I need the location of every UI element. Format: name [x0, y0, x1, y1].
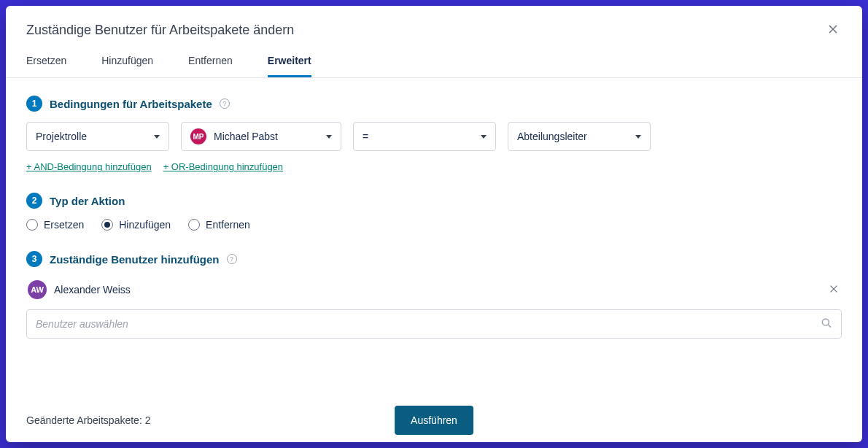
- changed-count: Geänderte Arbeitspakete: 2: [26, 414, 150, 426]
- tab-remove[interactable]: Entfernen: [188, 55, 233, 77]
- action-type-radios: Ersetzen Hinzufügen Entfernen: [26, 219, 842, 231]
- radio-remove[interactable]: Entfernen: [188, 219, 250, 231]
- changed-count-label: Geänderte Arbeitspakete:: [26, 414, 145, 426]
- svg-point-0: [822, 319, 829, 325]
- step3-title: Zuständige Benutzer hinzufügen: [50, 253, 220, 266]
- select-field[interactable]: Projektrolle: [26, 122, 169, 151]
- user-search: [26, 309, 842, 339]
- search-icon: [820, 317, 833, 332]
- tab-replace[interactable]: Ersetzen: [26, 55, 66, 77]
- avatar: MP: [190, 128, 206, 144]
- close-icon: [829, 285, 839, 296]
- selected-user-chip: AW Alexander Weiss: [26, 277, 842, 302]
- dialog-title: Zuständige Benutzer für Arbeitspakete än…: [26, 23, 294, 38]
- select-value-text: Abteilungsleiter: [517, 131, 587, 142]
- tab-add[interactable]: Hinzufügen: [101, 55, 153, 77]
- content: 1 Bedingungen für Arbeitspakete ? Projek…: [6, 78, 862, 401]
- selected-user-name: Alexander Weiss: [54, 284, 131, 296]
- radio-replace[interactable]: Ersetzen: [26, 219, 84, 231]
- select-user[interactable]: MP Michael Pabst: [181, 122, 341, 151]
- select-value[interactable]: Abteilungsleiter: [508, 122, 651, 151]
- radio-add[interactable]: Hinzufügen: [101, 219, 171, 231]
- dialog: Zuständige Benutzer für Arbeitspakete än…: [6, 6, 862, 442]
- changed-count-value: 2: [145, 414, 151, 426]
- chevron-down-icon: [326, 135, 332, 139]
- avatar: AW: [28, 280, 47, 299]
- run-button[interactable]: Ausführen: [395, 406, 473, 435]
- step2-header: 2 Typ der Aktion: [26, 193, 842, 209]
- radio-add-label: Hinzufügen: [119, 219, 171, 231]
- radio-icon: [26, 219, 38, 231]
- chevron-down-icon: [635, 135, 641, 139]
- user-search-input[interactable]: [26, 309, 842, 339]
- remove-user-button[interactable]: [829, 284, 839, 296]
- condition-row: Projektrolle MP Michael Pabst = Abteilun…: [26, 122, 842, 151]
- step1-header: 1 Bedingungen für Arbeitspakete ?: [26, 96, 842, 112]
- tabs: Ersetzen Hinzufügen Entfernen Erweitert: [6, 45, 862, 78]
- radio-icon: [101, 219, 113, 231]
- dialog-header: Zuständige Benutzer für Arbeitspakete än…: [6, 6, 862, 45]
- step3-header: 3 Zuständige Benutzer hinzufügen ?: [26, 251, 842, 267]
- select-field-value: Projektrolle: [36, 131, 87, 142]
- select-operator-value: =: [363, 131, 368, 142]
- help-icon[interactable]: ?: [220, 99, 230, 109]
- step1-title: Bedingungen für Arbeitspakete: [50, 98, 212, 110]
- dialog-footer: Geänderte Arbeitspakete: 2 Ausführen: [6, 401, 862, 442]
- chevron-down-icon: [481, 135, 487, 139]
- add-and-condition-link[interactable]: + AND-Bedingung hinzufügen: [26, 161, 152, 172]
- add-or-condition-link[interactable]: + OR-Bedingung hinzufügen: [163, 161, 283, 172]
- step-number-1: 1: [26, 96, 42, 112]
- radio-replace-label: Ersetzen: [44, 219, 84, 231]
- select-operator[interactable]: =: [353, 122, 496, 151]
- step2-title: Typ der Aktion: [50, 195, 125, 207]
- help-icon[interactable]: ?: [227, 254, 237, 264]
- condition-links: + AND-Bedingung hinzufügen + OR-Bedingun…: [26, 161, 842, 172]
- chevron-down-icon: [154, 135, 160, 139]
- step-number-3: 3: [26, 251, 42, 267]
- radio-icon: [188, 219, 200, 231]
- close-icon: [827, 26, 839, 37]
- select-user-value: Michael Pabst: [214, 131, 278, 142]
- tab-advanced[interactable]: Erweitert: [268, 55, 311, 77]
- close-button[interactable]: [824, 20, 842, 40]
- radio-remove-label: Entfernen: [206, 219, 250, 231]
- step-number-2: 2: [26, 193, 42, 209]
